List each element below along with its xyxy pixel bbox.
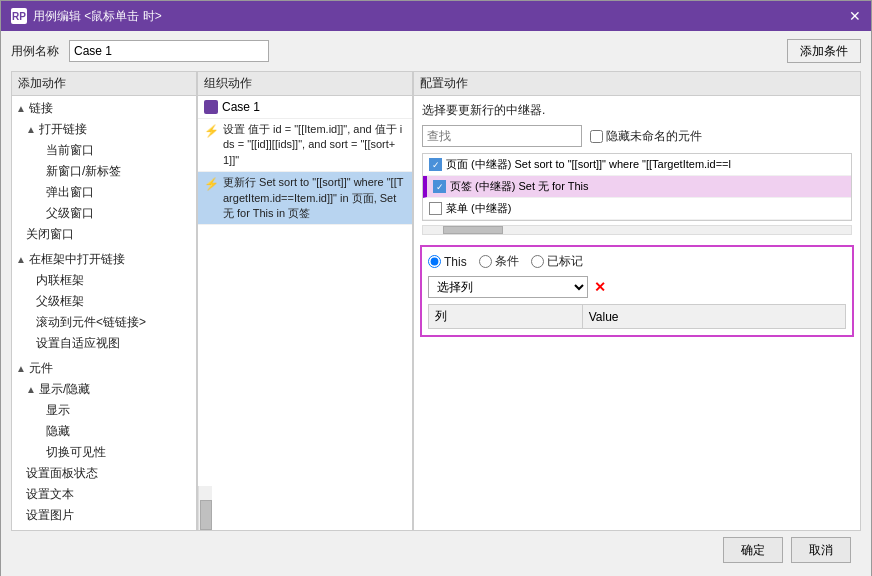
title-bar-left: RP 用例编辑 <鼠标单击 时> bbox=[11, 8, 162, 25]
panels-container: 添加动作 ▲ 链接 ▲ 打开链接 当前窗口 bbox=[11, 71, 861, 531]
case-icon bbox=[204, 100, 218, 114]
elements-label: 元件 bbox=[29, 360, 53, 377]
select-col-dropdown[interactable]: 选择列 bbox=[428, 276, 588, 298]
tree-group-elements[interactable]: ▲ 元件 bbox=[12, 358, 196, 379]
repeater-row-3[interactable]: 菜单 (中继器) bbox=[423, 198, 851, 220]
window-title: 用例编辑 <鼠标单击 时> bbox=[33, 8, 162, 25]
select-col-row: 选择列 ✕ bbox=[428, 276, 846, 298]
repeater-name-2: 页签 (中继器) Set 无 for This bbox=[450, 179, 845, 194]
tree-item-scroll-to[interactable]: 滚动到元件<链链接> bbox=[12, 312, 196, 333]
main-window: RP 用例编辑 <鼠标单击 时> ✕ 用例名称 添加条件 添加动作 ▲ bbox=[0, 0, 872, 576]
links-label: 链接 bbox=[29, 100, 53, 117]
case-header: Case 1 bbox=[198, 96, 412, 119]
case-name-input[interactable] bbox=[69, 40, 269, 62]
value-table: 列 Value bbox=[428, 304, 846, 329]
add-condition-button[interactable]: 添加条件 bbox=[787, 39, 861, 63]
radio-row: This 条件 已标记 bbox=[428, 253, 846, 270]
repeater-list: 页面 (中继器) Set sort to "[[sort]]" where "[… bbox=[422, 153, 852, 221]
repeater-name-1: 页面 (中继器) Set sort to "[[sort]]" where "[… bbox=[446, 157, 845, 172]
radio-this-text: This bbox=[444, 255, 467, 269]
arrow-open-link: ▲ bbox=[26, 124, 36, 135]
app-icon: RP bbox=[11, 8, 27, 24]
tree-group-links[interactable]: ▲ 链接 bbox=[12, 98, 196, 119]
tree-item-current-window[interactable]: 当前窗口 bbox=[12, 140, 196, 161]
middle-panel-body: Case 1 ⚡ 设置 值于 id = "[[Item.id]]", and 值… bbox=[198, 96, 412, 486]
middle-scrollbar[interactable] bbox=[198, 486, 212, 530]
hide-unnamed-text: 隐藏未命名的元件 bbox=[606, 128, 702, 145]
repeater-row-1[interactable]: 页面 (中继器) Set sort to "[[sort]]" where "[… bbox=[423, 154, 851, 176]
tree-item-adaptive-view[interactable]: 设置自适应视图 bbox=[12, 333, 196, 354]
radio-marked-text: 已标记 bbox=[547, 253, 583, 270]
tree-group-show-hide[interactable]: ▲ 显示/隐藏 bbox=[12, 379, 196, 400]
case-name-label: 用例名称 bbox=[11, 43, 59, 60]
middle-panel: 组织动作 Case 1 ⚡ 设置 值于 id = "[[Item.id]]", … bbox=[197, 71, 412, 531]
repeater-row-2[interactable]: 页签 (中继器) Set 无 for This bbox=[423, 176, 851, 198]
action-icon-2: ⚡ bbox=[204, 176, 219, 193]
checkbox-2[interactable] bbox=[433, 180, 446, 193]
open-link-label: 打开链接 bbox=[39, 121, 87, 138]
tree-item-popup[interactable]: 弹出窗口 bbox=[12, 182, 196, 203]
tree-section-frames: ▲ 在框架中打开链接 内联框架 父级框架 滚动到元件<链链接> 设置自适应视图 bbox=[12, 247, 196, 356]
tree-group-frame-links[interactable]: ▲ 在框架中打开链接 bbox=[12, 249, 196, 270]
radio-condition[interactable] bbox=[479, 255, 492, 268]
tree-item-set-selected[interactable]: ▼ 设置选中 bbox=[12, 526, 196, 530]
case-label: Case 1 bbox=[222, 100, 260, 114]
col-header-value: Value bbox=[582, 305, 845, 329]
hide-unnamed-checkbox[interactable] bbox=[590, 130, 603, 143]
frame-links-label: 在框架中打开链接 bbox=[29, 251, 125, 268]
tree-item-set-panel-state[interactable]: 设置面板状态 bbox=[12, 463, 196, 484]
left-panel-header: 添加动作 bbox=[12, 72, 196, 96]
radio-marked[interactable] bbox=[531, 255, 544, 268]
tree-item-inline-frame[interactable]: 内联框架 bbox=[12, 270, 196, 291]
action-item-2[interactable]: ⚡ 更新行 Set sort to "[[sort]]" where "[[Ta… bbox=[198, 172, 412, 225]
radio-condition-label[interactable]: 条件 bbox=[479, 253, 519, 270]
tree-group-open-link[interactable]: ▲ 打开链接 bbox=[12, 119, 196, 140]
tree-section-elements: ▲ 元件 ▲ 显示/隐藏 显示 隐藏 切换可见性 设置面板状态 设置文本 设置图… bbox=[12, 356, 196, 530]
main-content: 用例名称 添加条件 添加动作 ▲ 链接 ▲ bbox=[1, 31, 871, 576]
action-text-2: 更新行 Set sort to "[[sort]]" where "[[Targ… bbox=[223, 175, 406, 221]
right-top-section: 选择要更新行的中继器. 隐藏未命名的元件 bbox=[414, 96, 860, 245]
checkbox-3[interactable] bbox=[429, 202, 442, 215]
tree-item-new-tab[interactable]: 新窗口/新标签 bbox=[12, 161, 196, 182]
config-bottom: This 条件 已标记 bbox=[420, 245, 854, 337]
middle-scroll-thumb[interactable] bbox=[200, 500, 212, 530]
horizontal-scrollbar[interactable] bbox=[422, 225, 852, 235]
title-bar: RP 用例编辑 <鼠标单击 时> ✕ bbox=[1, 1, 871, 31]
arrow-links: ▲ bbox=[16, 103, 26, 114]
radio-marked-label[interactable]: 已标记 bbox=[531, 253, 583, 270]
tree-item-parent-frame[interactable]: 父级框架 bbox=[12, 291, 196, 312]
tree-item-toggle-visibility[interactable]: 切换可见性 bbox=[12, 442, 196, 463]
action-item-1[interactable]: ⚡ 设置 值于 id = "[[Item.id]]", and 值于 ids =… bbox=[198, 119, 412, 172]
tree-item-set-text[interactable]: 设置文本 bbox=[12, 484, 196, 505]
radio-this[interactable] bbox=[428, 255, 441, 268]
hide-unnamed-label: 隐藏未命名的元件 bbox=[590, 128, 702, 145]
col-header-col: 列 bbox=[429, 305, 583, 329]
tree-section-links: ▲ 链接 ▲ 打开链接 当前窗口 新窗口/新标签 弹出窗口 父级窗口 关闭窗口 bbox=[12, 96, 196, 247]
arrow-frame-links: ▲ bbox=[16, 254, 26, 265]
ok-button[interactable]: 确定 bbox=[723, 537, 783, 563]
tree-item-set-image[interactable]: 设置图片 bbox=[12, 505, 196, 526]
right-panel: 配置动作 选择要更新行的中继器. 隐藏未命名的元件 bbox=[413, 71, 861, 531]
tree-item-close-window[interactable]: 关闭窗口 bbox=[12, 224, 196, 245]
search-input[interactable] bbox=[422, 125, 582, 147]
show-hide-label: 显示/隐藏 bbox=[39, 381, 90, 398]
h-scroll-thumb[interactable] bbox=[443, 226, 503, 234]
tree-item-hide[interactable]: 隐藏 bbox=[12, 421, 196, 442]
section-title: 选择要更新行的中继器. bbox=[422, 102, 852, 119]
middle-panel-header: 组织动作 bbox=[198, 72, 412, 96]
arrow-show-hide: ▲ bbox=[26, 384, 36, 395]
bottom-buttons: 确定 取消 bbox=[11, 531, 861, 571]
tree-item-parent-window[interactable]: 父级窗口 bbox=[12, 203, 196, 224]
checkbox-1[interactable] bbox=[429, 158, 442, 171]
tree-item-show[interactable]: 显示 bbox=[12, 400, 196, 421]
delete-button[interactable]: ✕ bbox=[594, 279, 606, 295]
cancel-button[interactable]: 取消 bbox=[791, 537, 851, 563]
search-row: 隐藏未命名的元件 bbox=[422, 125, 852, 147]
action-text-1: 设置 值于 id = "[[Item.id]]", and 值于 ids = "… bbox=[223, 122, 406, 168]
repeater-name-3: 菜单 (中继器) bbox=[446, 201, 845, 216]
action-icon-1: ⚡ bbox=[204, 123, 219, 140]
close-button[interactable]: ✕ bbox=[849, 8, 861, 24]
radio-this-label[interactable]: This bbox=[428, 255, 467, 269]
top-bar: 用例名称 添加条件 bbox=[11, 39, 861, 63]
left-panel: 添加动作 ▲ 链接 ▲ 打开链接 当前窗口 bbox=[11, 71, 196, 531]
